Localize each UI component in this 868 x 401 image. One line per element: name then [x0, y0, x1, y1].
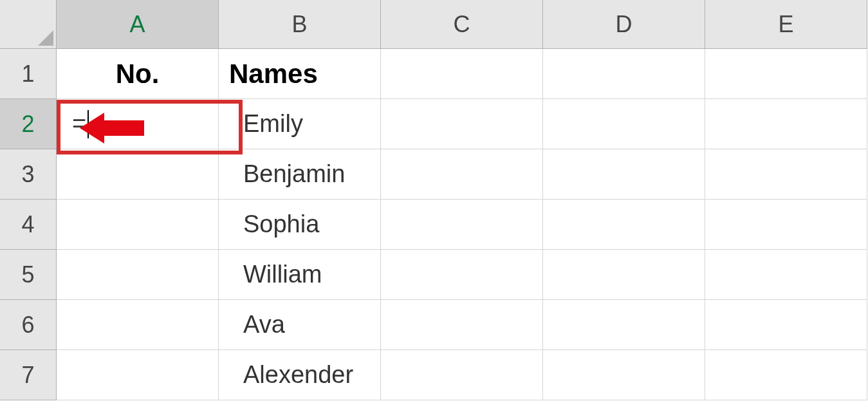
- cell-e4[interactable]: [705, 200, 867, 250]
- cell-d1[interactable]: [543, 49, 705, 99]
- cell-d3[interactable]: [543, 149, 705, 200]
- cell-b7[interactable]: Alexender: [219, 350, 381, 400]
- cell-a1[interactable]: No.: [57, 49, 219, 99]
- cell-d6[interactable]: [543, 300, 705, 350]
- cell-b1[interactable]: Names: [219, 49, 381, 99]
- row-header-3[interactable]: 3: [0, 149, 57, 200]
- cell-e7[interactable]: [705, 350, 867, 400]
- row-header-2[interactable]: 2: [0, 99, 57, 149]
- row-header-6[interactable]: 6: [0, 300, 57, 350]
- column-header-b[interactable]: B: [219, 0, 381, 49]
- column-header-e[interactable]: E: [705, 0, 867, 49]
- formula-input-text: =: [67, 110, 86, 138]
- column-header-c[interactable]: C: [381, 0, 543, 49]
- cell-c6[interactable]: [381, 300, 543, 350]
- cell-b5[interactable]: William: [219, 250, 381, 300]
- cell-e1[interactable]: [705, 49, 867, 99]
- cell-b6[interactable]: Ava: [219, 300, 381, 350]
- cell-d4[interactable]: [543, 200, 705, 250]
- row-header-1[interactable]: 1: [0, 49, 57, 99]
- cell-e2[interactable]: [705, 99, 867, 149]
- select-all-corner[interactable]: [0, 0, 57, 49]
- cell-a7[interactable]: [57, 350, 219, 400]
- cell-b2[interactable]: Emily: [219, 99, 381, 149]
- cell-e5[interactable]: [705, 250, 867, 300]
- cell-c4[interactable]: [381, 200, 543, 250]
- cell-d2[interactable]: [543, 99, 705, 149]
- cell-c2[interactable]: [381, 99, 543, 149]
- text-cursor: [88, 110, 89, 138]
- spreadsheet-grid: A B C D E 1 No. Names 2 = Emily 3 Benjam…: [0, 0, 868, 400]
- cell-d5[interactable]: [543, 250, 705, 300]
- row-header-4[interactable]: 4: [0, 200, 57, 250]
- row-header-7[interactable]: 7: [0, 350, 57, 400]
- cell-a3[interactable]: [57, 149, 219, 200]
- cell-b3[interactable]: Benjamin: [219, 149, 381, 200]
- cell-c5[interactable]: [381, 250, 543, 300]
- cell-a5[interactable]: [57, 250, 219, 300]
- cell-e3[interactable]: [705, 149, 867, 200]
- column-header-d[interactable]: D: [543, 0, 705, 49]
- cell-b4[interactable]: Sophia: [219, 200, 381, 250]
- cell-a2[interactable]: =: [57, 99, 219, 149]
- cell-e6[interactable]: [705, 300, 867, 350]
- cell-c1[interactable]: [381, 49, 543, 99]
- column-header-a[interactable]: A: [57, 0, 219, 49]
- cell-a6[interactable]: [57, 300, 219, 350]
- cell-c3[interactable]: [381, 149, 543, 200]
- cell-d7[interactable]: [543, 350, 705, 400]
- cell-a4[interactable]: [57, 200, 219, 250]
- cell-c7[interactable]: [381, 350, 543, 400]
- row-header-5[interactable]: 5: [0, 250, 57, 300]
